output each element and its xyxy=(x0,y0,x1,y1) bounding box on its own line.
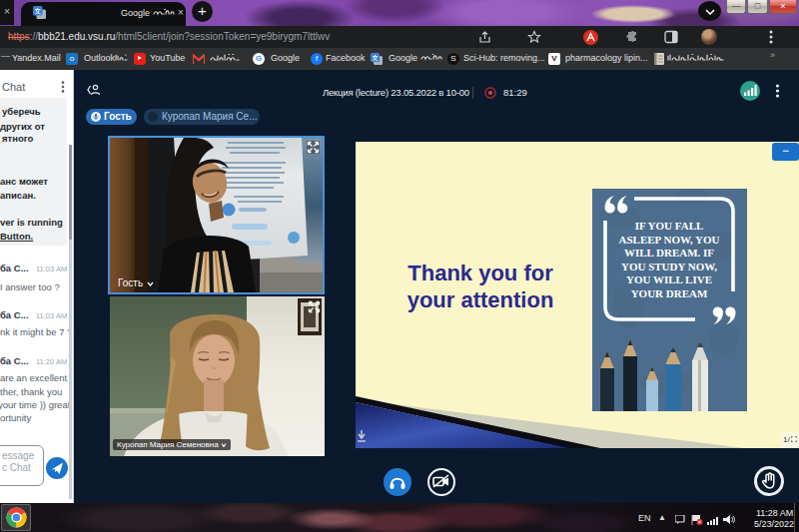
svg-text:WILL DREAM. IF: WILL DREAM. IF xyxy=(624,247,714,259)
svg-text:ASLEEP NOW, YOU: ASLEEP NOW, YOU xyxy=(619,234,720,246)
svg-text:IF YOU FALL: IF YOU FALL xyxy=(635,220,704,232)
svg-text:YOU STUDY NOW,: YOU STUDY NOW, xyxy=(621,261,717,272)
svg-text:YOU WILL LIVE: YOU WILL LIVE xyxy=(626,273,712,285)
svg-text:YOUR DREAM: YOUR DREAM xyxy=(631,287,708,299)
